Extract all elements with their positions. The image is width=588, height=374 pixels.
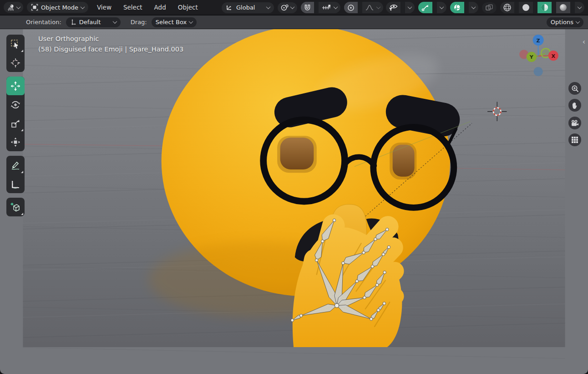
tool-rotate[interactable] [6,95,25,114]
add-cube-icon [10,202,20,212]
menu-view[interactable]: View [91,0,117,15]
filter-eye-icon [389,4,398,11]
orthographic-grid-icon [571,136,578,143]
orientation-value: Default [79,19,101,26]
editor-type-3d-viewport-icon [7,4,15,11]
orientation-global-icon [226,4,233,11]
object-mode-icon [31,4,38,11]
drag-value: Select Box [156,19,187,26]
editor-type-selector[interactable] [4,2,23,13]
view-object-types-toggle[interactable] [386,2,400,13]
scale-icon [10,118,20,128]
viewport-canvas[interactable]: Z Y X [0,29,588,374]
options-label: Options [551,19,573,26]
shading-rendered[interactable] [556,2,570,13]
solid-icon [522,3,530,12]
snap-toggle[interactable] [301,2,314,13]
select-box-icon [10,39,20,49]
cursor-3d-icon [10,58,20,68]
xray-icon [485,4,493,11]
show-gizmos-toggle[interactable] [418,2,432,13]
overlays-dropdown[interactable] [469,2,478,13]
options-dropdown[interactable]: Options [547,17,583,27]
snapping-controls [301,2,340,13]
pan-hand-icon [571,102,578,109]
view-object-types [386,2,415,13]
viewport-3d[interactable]: Z Y X User Orthographic (58) Disguised f… [0,29,588,374]
shading-solid[interactable] [519,2,533,13]
shading-material-preview[interactable] [537,2,552,13]
tool-measure[interactable] [6,174,25,193]
tool-move[interactable] [6,77,25,95]
move-icon [10,81,20,91]
orientation-label: Orientation: [26,19,61,26]
mode-selector-value: Object Mode [41,4,78,11]
transform-orientation-value: Global [236,4,255,11]
drag-dropdown[interactable]: Select Box [152,17,197,27]
rotate-icon [10,100,20,110]
pivot-point-selector[interactable] [278,2,297,13]
camera-view-button[interactable] [568,117,581,129]
tool-settings-bar: Orientation: Default Drag: Select Box Op… [0,15,588,29]
overlays-icon [453,4,461,11]
menu-add[interactable]: Add [148,0,172,15]
gizmo-arrow-icon [421,4,429,11]
tool-shelf [6,35,25,216]
header-right-controls [386,2,584,13]
viewport-header: Object Mode View Select Add Object Globa… [0,0,588,15]
proportional-editing-icon [347,4,355,11]
drag-label: Drag: [131,19,147,26]
rendered-icon [559,3,568,12]
orientation-dropdown[interactable]: Default [66,17,121,27]
gizmo-axis-neg-z[interactable] [533,67,542,76]
proportional-falloff-selector[interactable] [362,2,383,13]
proportional-edit-toggle[interactable] [344,2,358,13]
transform-icon [10,137,20,147]
zoom-icon [571,85,579,92]
pan-button[interactable] [568,99,581,112]
active-object-text: (58) Disguised face Emoji | Spare_Hand.0… [38,46,183,53]
gizmo-y-label: Y [529,54,534,60]
camera-view-icon [571,120,579,127]
snap-increment-icon [322,5,331,11]
show-overlays-toggle[interactable] [450,2,464,13]
orientation-gizmo-icon [70,19,76,26]
gizmos-control [418,2,446,13]
xray-toggle[interactable] [482,2,497,13]
wireframe-icon [503,3,512,12]
gizmos-dropdown[interactable] [437,2,446,13]
view-mode-text: User Orthographic [38,35,99,42]
tool-scale[interactable] [6,114,25,133]
tool-select-box[interactable] [6,35,25,53]
menu-select[interactable]: Select [117,0,148,15]
gizmo-x-label: X [552,53,556,59]
mode-selector[interactable]: Object Mode [27,2,88,13]
snap-to-selector[interactable] [319,2,340,13]
tool-cursor[interactable] [6,53,25,72]
shading-modes [500,2,584,13]
eye-left [280,138,314,169]
measure-icon [10,179,20,189]
transform-orientation-selector[interactable]: Global [222,2,274,13]
snap-magnet-icon [304,4,311,11]
blender-window: Z Y X User Orthographic (58) Disguised f… [0,0,588,374]
tool-annotate[interactable] [6,156,25,174]
menu-object[interactable]: Object [172,0,204,15]
zoom-button[interactable] [568,82,581,95]
view-object-types-dropdown[interactable] [405,2,415,13]
gizmo-z-label: Z [537,38,540,44]
sidebar-toggle-arrow[interactable]: ‹ [581,37,587,46]
tool-transform[interactable] [6,133,25,151]
material-preview-icon [540,3,549,12]
annotate-pen-icon [10,160,20,170]
eye-right [393,145,415,177]
tool-add-cube[interactable] [6,198,25,216]
perspective-toggle-button[interactable] [568,133,581,146]
overlays-control [450,2,478,13]
shading-wireframe[interactable] [500,2,514,13]
pivot-point-icon [281,4,289,11]
shading-dropdown[interactable] [575,2,584,13]
falloff-curve-icon [365,4,374,11]
proportional-edit-controls [344,2,383,13]
